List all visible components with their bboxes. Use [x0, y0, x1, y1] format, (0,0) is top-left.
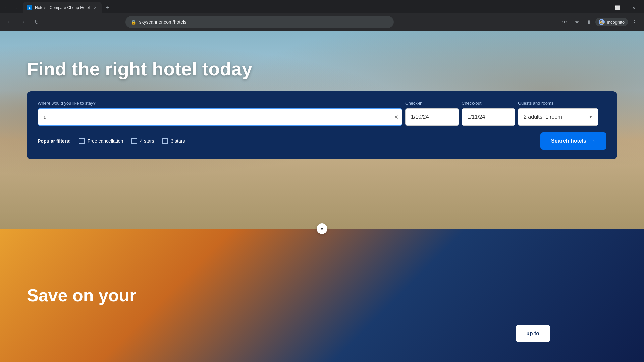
scroll-arrow-icon: ▼: [320, 226, 324, 231]
address-bar[interactable]: 🔒 skyscanner.com/hotels: [125, 16, 394, 28]
filters-label: Popular filters:: [38, 138, 71, 144]
profile-button[interactable]: 🕵 Incognito: [595, 18, 628, 26]
tablet-button[interactable]: ▮: [583, 17, 594, 27]
save-up-to-button[interactable]: up to: [516, 325, 550, 342]
forward-button[interactable]: →: [17, 17, 28, 27]
save-section-background: Save on your up to: [0, 229, 644, 362]
3-stars-label: 3 stars: [171, 138, 185, 144]
address-bar-row: ← → ↻ 🔒 skyscanner.com/hotels 👁 ★ ▮ 🕵 In…: [0, 13, 644, 31]
destination-input-wrapper: ✕: [38, 108, 402, 126]
menu-button[interactable]: ⋮: [629, 17, 640, 27]
back-button[interactable]: ←: [4, 17, 15, 27]
hero-section: Find the right hotel today Where would y…: [0, 31, 644, 229]
free-cancellation-checkbox[interactable]: [79, 138, 85, 144]
checkout-value: 1/11/24: [467, 114, 485, 120]
checkin-label: Check-in: [405, 101, 459, 106]
filters-row: Popular filters: Free cancellation 4 sta…: [38, 132, 606, 150]
refresh-button[interactable]: ↻: [31, 17, 42, 27]
free-cancellation-label: Free cancellation: [88, 138, 123, 144]
tab-nav-icons: ← ›: [3, 4, 20, 12]
profile-icon: 🕵: [599, 19, 605, 25]
checkin-input[interactable]: 1/10/24: [405, 108, 459, 126]
guests-input[interactable]: 2 adults, 1 room ▼: [518, 108, 598, 126]
guests-label: Guests and rooms: [518, 101, 598, 106]
destination-clear-button[interactable]: ✕: [394, 114, 398, 120]
guests-dropdown-icon: ▼: [589, 115, 593, 119]
save-section: Save on your up to: [0, 229, 644, 362]
save-text: Save on your: [27, 285, 137, 306]
filter-free-cancellation[interactable]: Free cancellation: [79, 138, 123, 144]
close-button[interactable]: ✕: [626, 2, 641, 13]
forward-tab-icon[interactable]: ›: [12, 4, 20, 12]
checkin-value: 1/10/24: [411, 114, 429, 120]
back-tab-icon[interactable]: ←: [3, 4, 11, 12]
save-title: Save on your: [27, 285, 137, 306]
scroll-indicator: ▼: [317, 223, 327, 234]
search-hotels-button[interactable]: Search hotels →: [540, 132, 606, 150]
url-display: skyscanner.com/hotels: [139, 19, 388, 25]
3-stars-checkbox[interactable]: [162, 138, 168, 144]
profile-label: Incognito: [607, 20, 625, 25]
search-btn-arrow-icon: →: [590, 138, 596, 145]
address-bar-actions: 👁 ★ ▮ 🕵 Incognito ⋮: [559, 17, 640, 27]
tab-close-button[interactable]: ✕: [92, 5, 98, 10]
guests-field: Guests and rooms 2 adults, 1 room ▼: [518, 101, 598, 126]
tab-title: Hotels | Compare Cheap Hotel: [35, 5, 90, 10]
new-tab-button[interactable]: +: [103, 3, 112, 12]
4-stars-checkbox[interactable]: [131, 138, 137, 144]
browser-chrome: ← › S Hotels | Compare Cheap Hotel ✕ + —…: [0, 0, 644, 31]
checkout-input[interactable]: 1/11/24: [462, 108, 515, 126]
window-controls: — ⬜ ✕: [594, 2, 641, 13]
tab-bar: ← › S Hotels | Compare Cheap Hotel ✕ + —…: [0, 0, 644, 13]
up-to-label: up to: [526, 330, 539, 337]
minimize-button[interactable]: —: [594, 2, 609, 13]
bookmark-button[interactable]: ★: [571, 17, 582, 27]
checkout-label: Check-out: [462, 101, 515, 106]
filter-3-stars[interactable]: 3 stars: [162, 138, 185, 144]
lock-icon: 🔒: [131, 20, 136, 25]
4-stars-label: 4 stars: [140, 138, 154, 144]
filter-4-stars[interactable]: 4 stars: [131, 138, 154, 144]
search-btn-label: Search hotels: [551, 138, 586, 144]
hero-title: Find the right hotel today: [27, 58, 252, 80]
checkout-field: Check-out 1/11/24: [462, 101, 515, 126]
page-content: Save on your up to: [0, 229, 644, 362]
tab-favicon: S: [27, 5, 32, 10]
checkin-field: Check-in 1/10/24: [405, 101, 459, 126]
search-fields: Where would you like to stay? ✕ Check-in…: [38, 101, 606, 126]
maximize-button[interactable]: ⬜: [610, 2, 625, 13]
destination-label: Where would you like to stay?: [38, 101, 402, 106]
destination-input[interactable]: [38, 108, 402, 126]
destination-field: Where would you like to stay? ✕: [38, 101, 402, 126]
search-box: Where would you like to stay? ✕ Check-in…: [27, 91, 617, 159]
hide-icon-button[interactable]: 👁: [559, 17, 570, 27]
active-tab[interactable]: S Hotels | Compare Cheap Hotel ✕: [23, 2, 102, 13]
guests-value: 2 adults, 1 room: [524, 114, 562, 120]
